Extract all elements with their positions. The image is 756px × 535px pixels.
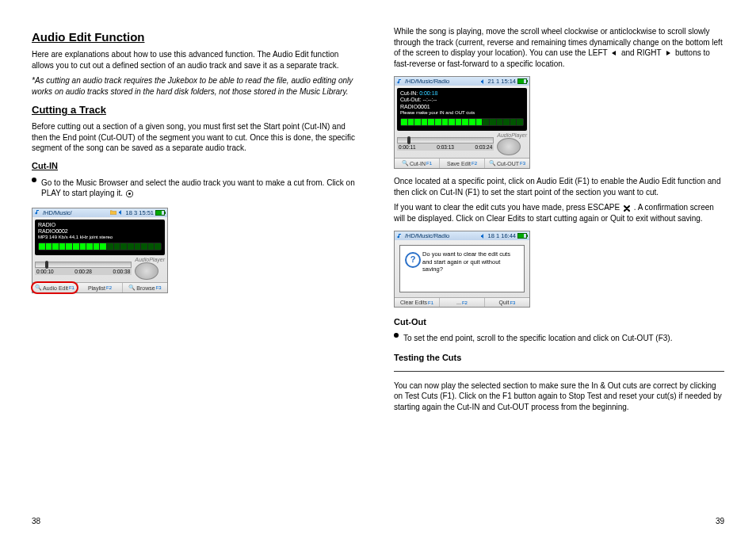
player1-btn-browse[interactable]: 🔍 Browse F3	[123, 283, 167, 292]
divider	[394, 371, 724, 372]
screenshot-player-dialog: /HD/Music/Radio 18 1 16:44 ? Do you want…	[394, 231, 530, 308]
player1-path: /HD/Music/	[43, 209, 72, 216]
left-arrow-icon	[610, 49, 618, 57]
folder-icon	[110, 209, 116, 216]
player3-btn-clear-edits[interactable]: Clear Edits F1	[395, 298, 440, 307]
cutting-paragraph: Before cutting out a section of a given …	[32, 121, 362, 154]
right-column: While the song is playing, move the scro…	[394, 24, 724, 415]
speaker-icon	[480, 78, 487, 85]
lcd-line1: RADIO	[38, 222, 162, 228]
f2-icon: F2	[106, 285, 112, 290]
screenshot-player-browse: /HD/Music/ 18 3 15:51 RADIO RADIO0002	[32, 208, 168, 294]
player3-btn-ellipsis[interactable]: ... F2	[440, 298, 485, 307]
battery-icon	[517, 233, 527, 239]
player3-titlebar: /HD/Music/Radio 18 1 16:44	[395, 231, 529, 240]
f1-icon: F1	[69, 285, 74, 290]
dpad-icon	[497, 138, 521, 155]
battery-icon	[155, 210, 165, 216]
player3-status: 18 1 16:44	[488, 232, 516, 239]
page-number-left: 38	[32, 517, 40, 525]
play-icon	[126, 189, 134, 197]
vu-meter	[38, 243, 162, 250]
cutout-bullet-row: To set the end point, scroll to the spec…	[394, 331, 724, 346]
testing-cuts-paragraph: You can now play the selected section to…	[394, 380, 724, 413]
speaker-icon	[118, 209, 124, 216]
scrub-bar	[397, 137, 494, 143]
right-arrow-icon	[664, 49, 672, 57]
battery-icon	[517, 78, 527, 84]
confirm-dialog: ? Do you want to clear the edit cuts and…	[399, 245, 525, 292]
player1-btn-playlist[interactable]: Playlist F2	[78, 283, 123, 292]
scroll-paragraph: While the song is playing, move the scro…	[394, 26, 724, 69]
f3-icon: F3	[510, 300, 515, 305]
f2-icon: F2	[472, 161, 477, 166]
question-icon: ?	[405, 252, 421, 268]
note-icon	[397, 233, 403, 239]
audioplayer-badge: AudioPlayer	[135, 257, 165, 262]
player3-btn-quit[interactable]: Quit F3	[485, 298, 529, 307]
heading-cutting-track: Cutting a Track	[32, 104, 362, 116]
player1-times: 0:00:10 0:00:28 0:00:38	[35, 268, 132, 275]
scrub-bar	[35, 262, 132, 268]
vu-meter	[400, 118, 524, 126]
after-player2-paragraph: Once located at a specific point, click …	[394, 176, 724, 197]
left-column: Audio Edit Function Here are explanation…	[32, 24, 362, 415]
note-icon	[397, 78, 403, 85]
lcd-line2: RADIO0002	[38, 228, 162, 235]
bullet-icon	[32, 178, 36, 182]
player2-status: 21 1 15:14	[488, 78, 516, 85]
player2-titlebar: /HD/Music/Radio 21 1 15:14	[395, 77, 529, 86]
heading-cut-out: Cut-Out	[394, 317, 724, 327]
f1-icon: F1	[426, 161, 432, 166]
audioplayer-badge: AudioPlayer	[497, 132, 527, 138]
player1-btn-audio-edit[interactable]: 🔍 Audio Edit F1	[32, 283, 78, 292]
player3-path: /HD/Music/Radio	[405, 232, 449, 239]
lcd-line3: MP3 149 Kb/s 44,1 kHz joint stereo	[38, 235, 162, 240]
page-number-right: 39	[716, 517, 724, 525]
magnifier-icon: 🔍	[128, 285, 136, 291]
f3-icon: F3	[520, 161, 525, 166]
clear-edits-paragraph: If you want to clear the edit cuts you h…	[394, 202, 724, 224]
cutin-bullet-row: Go to the Music Browser and select the a…	[32, 175, 362, 201]
player2-btn-cutout[interactable]: 🔍 Cut-OUT F3	[485, 159, 529, 168]
f3-icon: F3	[156, 285, 162, 290]
player1-titlebar: /HD/Music/ 18 3 15:51	[32, 208, 167, 217]
dpad-icon	[135, 262, 158, 280]
svg-point-1	[128, 193, 131, 195]
cutin-bullet-text: Go to the Music Browser and select the a…	[41, 178, 362, 199]
note-star: *As cutting an audio track requires the …	[32, 75, 362, 97]
player2-btn-saveedit[interactable]: Save Edit F2	[440, 159, 485, 168]
heading-testing-cuts: Testing the Cuts	[394, 353, 724, 362]
f2-icon: F2	[462, 300, 468, 305]
heading-cut-in: Cut-IN	[32, 161, 362, 170]
player1-lcd: RADIO RADIO0002 MP3 149 Kb/s 44,1 kHz jo…	[35, 220, 165, 256]
player2-lcd: Cut-IN: 0:00:18 Cut-Out: --:--:-- RADIO0…	[397, 88, 527, 131]
magnifier-icon: 🔍	[35, 285, 42, 291]
magnifier-icon: 🔍	[489, 160, 496, 166]
screenshot-player-cutin: /HD/Music/Radio 21 1 15:14 Cut-IN: 0:00:…	[394, 76, 530, 169]
dialog-text: Do you want to clear the edit cuts and s…	[422, 250, 510, 273]
cutin-value: 0:00:18	[419, 90, 437, 96]
player1-status: 18 3 15:51	[126, 209, 154, 216]
magnifier-icon: 🔍	[402, 160, 409, 166]
player2-times: 0:00:11 0:03:13 0:03:24	[397, 143, 494, 151]
speaker-icon	[480, 233, 487, 239]
note-icon	[35, 209, 41, 216]
heading-audio-edit: Audio Edit Function	[32, 30, 362, 44]
intro-paragraph: Here are explanations about how to use t…	[32, 49, 362, 71]
f1-icon: F1	[428, 300, 433, 305]
bullet-icon	[394, 333, 399, 338]
player2-btn-cutin[interactable]: 🔍 Cut-IN F1	[395, 159, 440, 168]
player2-path: /HD/Music/Radio	[405, 78, 449, 85]
cutout-bullet-text: To set the end point, scroll to the spec…	[403, 333, 672, 344]
escape-icon	[623, 204, 631, 212]
